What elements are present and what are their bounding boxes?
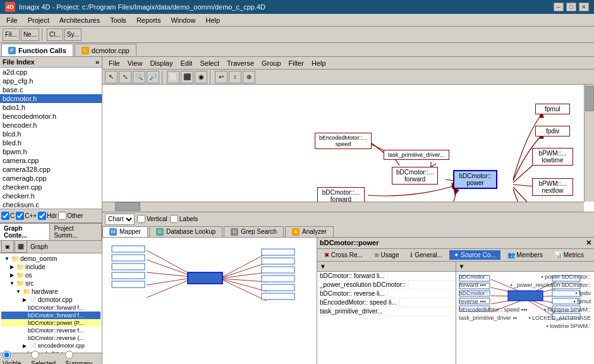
node-fpmul[interactable]: fpmul [535, 104, 570, 114]
tree-item-src[interactable]: ▼ 📁 src [1, 279, 100, 288]
brtab-general[interactable]: ℹ General... [406, 250, 447, 260]
graph-tool-2[interactable]: ⬛ [15, 240, 27, 253]
tree-item-os[interactable]: ▶ 📁 os [1, 271, 100, 279]
tab-database-lookup[interactable]: D Database Lookup [149, 226, 222, 237]
expand-icon[interactable]: ▶ [21, 296, 28, 303]
node-bdcmotor-forward2[interactable]: bDCmotor::...forward [392, 167, 438, 185]
gt-btn-7[interactable]: ◉ [195, 71, 207, 83]
crt-row[interactable]: _power_resolution bDCmotor:: [317, 281, 456, 289]
visible-radio[interactable]: Visible [3, 351, 28, 365]
tab-grep-search[interactable]: G Grep Search [224, 226, 284, 237]
file-index-expand[interactable]: » [95, 58, 99, 66]
node-bdcmotor-power[interactable]: bDCmotor::power [453, 170, 497, 189]
file-item[interactable]: app_cfg.h [0, 76, 102, 85]
menubar-item-architectures[interactable]: Architectures [54, 15, 105, 25]
gt-btn-4[interactable]: 🔎 [147, 71, 159, 83]
brtab-cross-ref[interactable]: ✖ Cross Re... [320, 250, 367, 260]
gmenu-filter[interactable]: Filter [285, 58, 308, 68]
expand-icon[interactable]: ▼ [15, 288, 21, 294]
chart-type-select[interactable]: Chart List [105, 214, 135, 225]
node-bpwm-lowtime[interactable]: bPWM::...lowtime [532, 148, 573, 166]
menubar-item-file[interactable]: File [1, 15, 23, 25]
gt-btn-1[interactable]: ↖ [105, 71, 118, 83]
file-item[interactable]: bled.h [0, 138, 102, 147]
gt-btn-3[interactable]: 🔍 [133, 71, 145, 83]
file-item[interactable]: bencoder.h [0, 121, 102, 130]
node-task-primitive[interactable]: task_primitive_driver... [384, 150, 449, 160]
tree-item-power[interactable]: bDCmotor::power (P... [1, 319, 100, 327]
bottom-right-close[interactable]: ✕ [586, 239, 591, 247]
file-item[interactable]: bpwm.h [0, 147, 102, 156]
close-toolbar-btn[interactable]: Cl... [47, 28, 63, 41]
tree-item-encodedmotor[interactable]: ▶ 📄 encodedmotor.cpp [1, 342, 100, 350]
file-item[interactable]: camera.cpp [0, 156, 102, 165]
project-summary-tab[interactable]: Project Summ... [50, 224, 102, 240]
tree-item-demo-oomm[interactable]: ▼ 📁 demo_oomm [1, 255, 100, 263]
tree-item-reverse1[interactable]: bDCmotor::reverse f... [1, 327, 100, 334]
tab-dcmotor-cpp[interactable]: C dcmotor.cpp [75, 44, 136, 56]
close-button[interactable]: ✕ [579, 3, 589, 11]
minimize-button[interactable]: ─ [554, 3, 564, 11]
selected-radio[interactable]: Selected [31, 351, 63, 365]
tab-analyzer[interactable]: A Analyzer [285, 226, 334, 237]
gt-btn-5[interactable]: ⬜ [167, 71, 179, 83]
tree-item-forward1[interactable]: bDCmotor::forward f... [1, 304, 100, 312]
menubar-item-help[interactable]: Help [201, 15, 226, 25]
file-item[interactable]: bencodedmotor.h [0, 112, 102, 121]
graph-vscroll[interactable] [584, 85, 594, 202]
tree-item-include[interactable]: ▶ 📁 include [1, 263, 100, 271]
brtab-source-co[interactable]: ✦ Source Co... [449, 250, 500, 260]
file-item[interactable]: blcd.h [0, 130, 102, 138]
gmenu-group[interactable]: Group [258, 58, 285, 68]
brtab-members[interactable]: 👥 Members [503, 250, 547, 260]
filter-cpp[interactable]: C++ [16, 212, 37, 220]
gt-btn-8[interactable]: ↩ [215, 71, 227, 83]
gt-btn-2[interactable]: ⤡ [119, 71, 131, 83]
gmenu-file[interactable]: File [105, 58, 124, 68]
filter-other[interactable]: Other [58, 212, 83, 220]
menubar-item-window[interactable]: Window [166, 15, 200, 25]
file-item[interactable]: a2d.cpp [0, 68, 102, 76]
menubar-item-tools[interactable]: Tools [105, 15, 131, 25]
node-bencodedmotor-speed[interactable]: bEncodedMotor::...speed [315, 133, 372, 149]
node-fpdiv[interactable]: fpdiv [535, 126, 570, 136]
new-toolbar-btn[interactable]: Ne... [21, 28, 39, 41]
menubar-item-project[interactable]: Project [23, 15, 54, 25]
graph-context-tab[interactable]: Graph Conte... [0, 224, 50, 240]
labels-check[interactable]: Labels [170, 215, 198, 223]
crt-row[interactable]: bDCmotor:: reverse li... [317, 289, 456, 298]
graph-tool-1[interactable]: ▣ [1, 240, 14, 253]
crt-row[interactable]: task_primitive_driver... [317, 307, 456, 316]
expand-icon[interactable]: ▶ [21, 343, 28, 349]
file-item[interactable]: bdio1.h [0, 103, 102, 112]
file-item[interactable]: cameragb.cpp [0, 174, 102, 183]
gmenu-help[interactable]: Help [308, 58, 330, 68]
tree-item-hardware[interactable]: ▼ 📁 hardware [1, 288, 100, 296]
brtab-metrics[interactable]: 📊 Metrics [550, 250, 588, 260]
vertical-check[interactable]: Vertical [137, 215, 167, 223]
tree-item-forward2[interactable]: bDCmotor::forward f... [1, 312, 100, 319]
summary-radio[interactable]: Summary [65, 351, 99, 365]
crt-row[interactable]: bEncodedMotor:: speed li... [317, 298, 456, 307]
file-item-selected[interactable]: bdcmotor.h [0, 94, 102, 103]
expand-icon[interactable]: ▶ [9, 272, 15, 278]
gmenu-edit[interactable]: Edit [176, 58, 196, 68]
tree-item-dcmotor-cpp[interactable]: ▶ 📄 dcmotor.cpp [1, 296, 100, 304]
graph-canvas[interactable]: bDCmotor::power fpmul fpdiv bPWM::...low… [102, 85, 594, 212]
gmenu-select[interactable]: Select [196, 58, 223, 68]
file-item[interactable]: base.c [0, 85, 102, 94]
gt-btn-6[interactable]: ⬛ [181, 71, 193, 83]
file-item[interactable]: checkerr.cpp [0, 183, 102, 191]
graph-hscroll[interactable] [102, 202, 584, 212]
maximize-button[interactable]: □ [566, 3, 576, 11]
brtab-usage[interactable]: ≋ Usage [370, 250, 404, 260]
crt-row[interactable]: bDCmotor:: forward li... [317, 272, 456, 281]
menubar-item-reports[interactable]: Reports [131, 15, 166, 25]
file-item[interactable]: checkerr.h [0, 191, 102, 200]
file-toolbar-btn[interactable]: Fil... [3, 28, 20, 41]
tab-mapper[interactable]: M Mapper [102, 226, 148, 237]
graph-hscroll-thumb[interactable] [115, 202, 140, 211]
gt-btn-9[interactable]: ↕ [229, 71, 241, 83]
tab-function-calls[interactable]: F Function Calls [1, 44, 73, 56]
filter-c[interactable]: C [1, 212, 15, 220]
